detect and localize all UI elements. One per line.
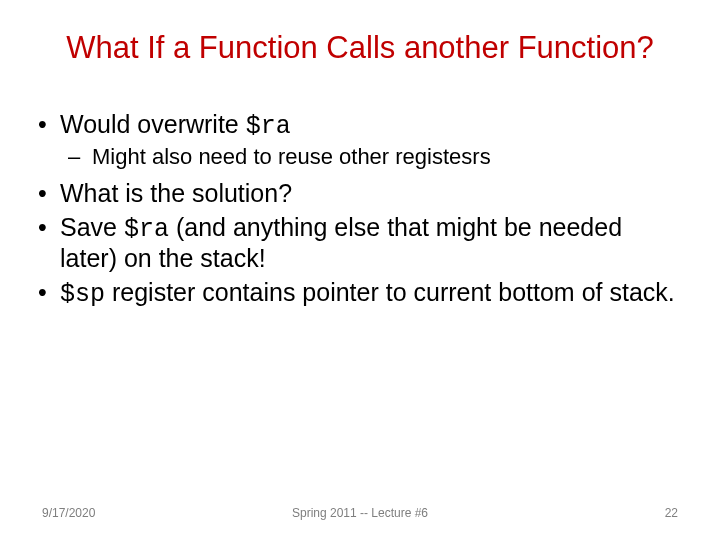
slide-body: Would overwrite $ra Might also need to r… bbox=[36, 110, 684, 309]
bullet-3-code: $ra bbox=[124, 215, 169, 244]
sub-bullet-list: Might also need to reuse other registesr… bbox=[60, 144, 684, 170]
footer-center: Spring 2011 -- Lecture #6 bbox=[292, 506, 428, 520]
bullet-4-text-post: register contains pointer to current bot… bbox=[105, 278, 675, 306]
bullet-4-code: $sp bbox=[60, 280, 105, 309]
bullet-item-1: Would overwrite $ra Might also need to r… bbox=[60, 110, 684, 169]
slide: What If a Function Calls another Functio… bbox=[0, 0, 720, 540]
footer-page-number: 22 bbox=[665, 506, 678, 520]
sub-bullet-1: Might also need to reuse other registesr… bbox=[92, 144, 684, 170]
bullet-item-4: $sp register contains pointer to current… bbox=[60, 278, 684, 310]
slide-title: What If a Function Calls another Functio… bbox=[36, 30, 684, 66]
bullet-list: Would overwrite $ra Might also need to r… bbox=[36, 110, 684, 309]
bullet-item-2: What is the solution? bbox=[60, 179, 684, 209]
bullet-3-text-pre: Save bbox=[60, 213, 124, 241]
bullet-1-text-pre: Would overwrite bbox=[60, 110, 246, 138]
bullet-1-code: $ra bbox=[246, 112, 291, 141]
bullet-item-3: Save $ra (and anything else that might b… bbox=[60, 213, 684, 274]
footer-date: 9/17/2020 bbox=[42, 506, 95, 520]
slide-footer: 9/17/2020 Spring 2011 -- Lecture #6 22 bbox=[0, 506, 720, 520]
